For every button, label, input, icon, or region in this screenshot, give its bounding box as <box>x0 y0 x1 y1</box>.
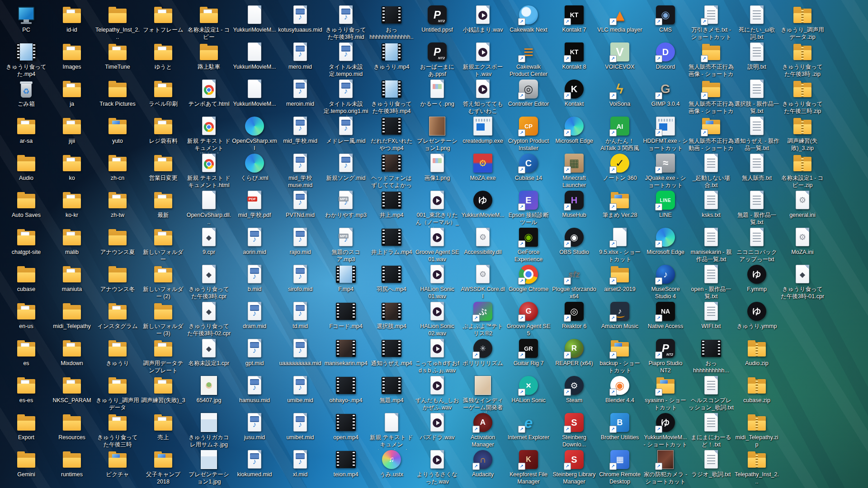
desktop-icon-folderf[interactable]: ko-kr <box>49 190 94 219</box>
desktop-icon-vphoto[interactable]: manisekarin.mp4 <box>323 338 368 367</box>
desktop-icon-folderf[interactable]: ja <box>49 79 94 108</box>
desktop-icon-folder[interactable]: アナウンス冬 <box>95 264 140 293</box>
desktop-icon-folderi[interactable]: yuto <box>95 116 140 145</box>
desktop-icon-mid[interactable]: ♪gpt.mid <box>232 338 277 367</box>
desktop-icon-vdark[interactable]: おっ hhhhhhhhhhhhh... <box>369 5 414 42</box>
desktop-icon-vdark[interactable]: だれだFXいれたやつ.mp4 <box>369 116 414 152</box>
desktop-icon-folderf[interactable]: インスタグラム <box>95 301 140 330</box>
desktop-icon-amazon[interactable]: ♪↗Amazon Music <box>597 301 642 330</box>
desktop-icon-mid[interactable]: ♪aorin.mid <box>232 227 277 256</box>
desktop-icon-folder[interactable]: Gemini <box>4 449 49 479</box>
desktop-icon-poly[interactable]: ✳↗ポリリリリズム <box>460 338 505 367</box>
desktop-icon-cpc[interactable]: ≡↗Cakewalk Product Center <box>506 42 551 78</box>
desktop-icon-folder[interactable]: midi_Telepathy <box>49 301 94 330</box>
desktop-icon-vdark[interactable]: ohhayo-.mp4 <box>323 375 368 404</box>
desktop-icon-thcam[interactable]: ↗家の防犯カメラ - ショートカット <box>643 449 688 485</box>
desktop-icon-folderi[interactable]: ↗筆まめ Ver.28 <box>597 190 642 219</box>
desktop-icon-vdark[interactable]: 井上.mp4 <box>369 190 414 219</box>
desktop-icon-cpr[interactable]: ◆きゅうり食ってた午後3時-01.cpr <box>780 264 825 300</box>
desktop-icon-cpr[interactable]: ◆きゅうり食ってた午後3時-02.cpr <box>186 301 231 337</box>
desktop-icon-folderf[interactable]: フォトフレーム <box>141 5 186 34</box>
desktop-icon-folderi[interactable]: 父子キャンプ2018 <box>141 449 186 485</box>
desktop-icon-ini[interactable]: ⚙MoZA.ini <box>780 227 825 256</box>
desktop-icon-zip[interactable]: きゅうり食ってた午後三時.zip <box>780 79 825 115</box>
desktop-icon-wav[interactable]: パズドラ.wav <box>415 412 460 441</box>
desktop-icon-folderf[interactable]: es <box>4 338 49 367</box>
desktop-icon-folderf[interactable]: きゅうり食ってた午後三時 <box>95 412 140 448</box>
desktop-icon-mid[interactable]: ♪uaaaaaaaaa.mid <box>278 338 323 367</box>
desktop-icon-musehub[interactable]: H↗MuseHub <box>552 190 597 219</box>
desktop-icon-zip[interactable]: cubase.zip <box>734 375 779 404</box>
desktop-icon-edgef[interactable]: くらび.xml <box>232 153 277 182</box>
desktop-icon-file[interactable]: YukkuriMovieM... <box>232 5 277 34</box>
desktop-icon-txt[interactable]: open - 親作品一覧.txt <box>689 264 734 300</box>
desktop-icon-thshot[interactable]: プレゼンテーション1.jpg <box>186 449 231 485</box>
desktop-icon-folderf[interactable]: Images <box>49 42 94 71</box>
desktop-icon-folderf[interactable]: malib <box>49 227 94 256</box>
desktop-icon-txt[interactable]: ラジオ_歌詞.txt <box>689 449 734 479</box>
desktop-icon-folder[interactable]: Audio <box>4 153 49 182</box>
desktop-icon-folderf[interactable]: maniuta <box>49 264 94 293</box>
desktop-icon-cpr[interactable]: ◆名称未設定1.cpr <box>186 338 231 367</box>
desktop-icon-wav[interactable]: HALion Sonic 01.wav <box>415 264 460 300</box>
desktop-icon-kt[interactable]: KT↗Kontakt 8 <box>552 42 597 71</box>
desktop-icon-mid[interactable]: ♪umibe.mid <box>278 375 323 404</box>
desktop-icon-crd[interactable]: ▦↗Chrome Remote Desktop <box>597 449 642 485</box>
desktop-icon-groove[interactable]: G↗Groove Agent SE 5 <box>506 301 551 337</box>
desktop-icon-mid[interactable]: ♪xl.mid <box>278 449 323 479</box>
desktop-icon-folderf[interactable]: 新しいフォルダー <box>141 227 186 263</box>
desktop-icon-wav[interactable]: よりうるさくなった.wav <box>415 449 460 485</box>
desktop-icon-thshot[interactable]: きゅうりガカコレ用サムネ.jpg <box>186 412 231 448</box>
desktop-icon-file[interactable]: 新規 テキスト ドキュメント.musicxml <box>369 412 414 450</box>
desktop-icon-folderf[interactable]: Mixdown <box>49 338 94 367</box>
desktop-icon-bin[interactable]: ♻ごみ箱 <box>4 79 49 108</box>
desktop-icon-exe[interactable]: ↗HDDFMT.exe - ショートカット <box>643 116 688 152</box>
desktop-icon-thavatar[interactable]: 65407.jpg <box>186 375 231 404</box>
desktop-icon-txt[interactable]: ヘルスコンプレッション_歌詞.txt <box>689 375 734 411</box>
desktop-icon-exe[interactable]: createdump.exe <box>460 116 505 145</box>
desktop-icon-halion[interactable]: ×↗HALion Sonic <box>506 375 551 404</box>
desktop-icon-wav[interactable]: 001_東北きりたん（ノーマル）_今じゃ... <box>415 190 460 227</box>
desktop-icon-folderf[interactable]: TimeTune <box>95 42 140 71</box>
desktop-icon-steinberg[interactable]: S↗Steinberg Downlo... <box>552 412 597 448</box>
desktop-icon-folderf[interactable]: レジ袋有料 <box>141 116 186 145</box>
desktop-icon-jquake[interactable]: ≈↗JQuake.exe - ショートカット <box>643 153 688 189</box>
desktop-icon-cubase[interactable]: C↗Cubase 14 <box>506 153 551 182</box>
desktop-icon-vdark[interactable]: 無題.mp4 <box>369 375 414 404</box>
desktop-icon-edge[interactable]: ↗Microsoft Edge <box>643 227 688 256</box>
desktop-icon-mid[interactable]: ♪新規ソング.mid <box>323 153 368 182</box>
desktop-icon-folderf[interactable]: zh-cn <box>95 153 140 182</box>
desktop-icon-folderi[interactable]: ↗無人販売不正行為動画 - ショートカット <box>689 116 734 153</box>
desktop-icon-norton[interactable]: ✓↗ノートン 360 <box>597 153 642 182</box>
desktop-icon-voicevox[interactable]: V↗VOICEVOX <box>597 42 642 71</box>
desktop-icon-mid[interactable]: ♪meroin.mid <box>278 79 323 108</box>
desktop-icon-folderf[interactable]: 調声用データテンプレート <box>141 338 186 374</box>
desktop-icon-folder[interactable]: ↗無人販売不正行為画像 - ショートカッ... <box>689 42 734 79</box>
desktop-icon-voisona[interactable]: ϟ↗VoiSona <box>597 79 642 108</box>
desktop-icon-folderf[interactable]: zh-tw <box>95 190 140 219</box>
desktop-icon-folderf[interactable]: es-es <box>4 375 49 404</box>
desktop-icon-steinberg[interactable]: S↗Steinberg Library Manager <box>552 449 597 485</box>
desktop-icon-folderf[interactable]: 名称未設定1 - コピー <box>186 5 231 41</box>
desktop-icon-folderf[interactable]: 調声練習(失敗)_3 <box>141 375 186 404</box>
desktop-icon-chromef[interactable]: 新規 テキスト ドキュメント (2).html <box>186 116 231 153</box>
desktop-icon-zip[interactable]: Audio.zip <box>734 338 779 367</box>
desktop-icon-imgfile[interactable]: 画像1.png <box>415 153 460 182</box>
desktop-icon-vdark[interactable]: 井上ドラム.mp4 <box>369 227 414 256</box>
desktop-icon-zip[interactable]: きゅうり_調声用データ.zip <box>780 5 825 41</box>
desktop-icon-reaper[interactable]: R↗REAPER (x64) <box>552 338 597 367</box>
desktop-icon-folderi[interactable]: ↗backup - ショートカット <box>597 338 642 374</box>
desktop-icon-mid[interactable]: ♪PVTNd.mid <box>278 190 323 219</box>
desktop-icon-folderf[interactable]: きゅうり <box>95 338 140 367</box>
desktop-icon-txt[interactable]: WIFI.txt <box>689 301 734 330</box>
desktop-icon-txt[interactable]: まにまにわーるど！.txt <box>689 412 734 448</box>
desktop-icon-epson[interactable]: E↗Epson 接続診断ツール <box>506 190 551 226</box>
desktop-icon-mid[interactable]: ♪jusu.mid <box>232 412 277 441</box>
desktop-icon-txt[interactable]: 選択肢 - 親作品一覧.txt <box>734 79 779 115</box>
desktop-icon-folder[interactable]: Export <box>4 412 49 441</box>
desktop-icon-ymm[interactable]: ゆYukkuriMovieM... <box>460 190 505 219</box>
desktop-icon-txt[interactable]: manisekarin - 親作品一覧.txt <box>689 227 734 263</box>
desktop-icon-txt[interactable]: ニコニコバックアップっーtxt <box>734 227 779 263</box>
desktop-icon-mp3[interactable]: MP3♪無題のスコア.mp3 <box>323 227 368 263</box>
desktop-icon-vdark[interactable]: 通知うぜえ.mp4 <box>369 338 414 367</box>
